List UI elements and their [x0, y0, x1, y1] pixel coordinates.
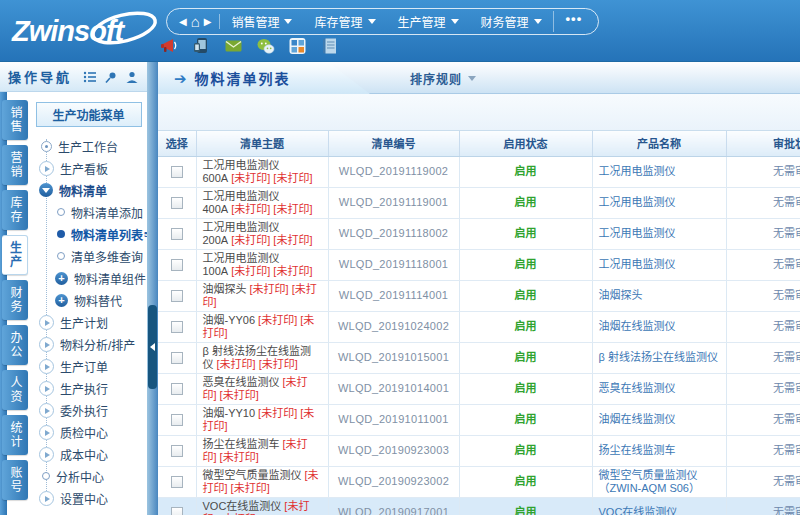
collapse-sidebar-handle[interactable] [148, 305, 157, 389]
column-header[interactable]: 审批状态 [726, 131, 800, 156]
tree-item[interactable]: 物料清单组件 [30, 267, 147, 289]
column-header[interactable]: 启用状态 [459, 131, 592, 156]
top-menu-item[interactable]: 库存管理 [303, 13, 386, 30]
product-name-link[interactable]: 工况用电监测仪 [592, 156, 726, 187]
tree-item[interactable]: 委外执行 [30, 399, 147, 421]
product-name-link[interactable]: 恶臭在线监测仪 [592, 373, 726, 404]
tree-item[interactable]: 物料清单 [30, 179, 147, 201]
module-tab[interactable]: 库存 [2, 190, 28, 230]
brand-logo[interactable]: Zwinsoft [8, 6, 163, 56]
tree-item[interactable]: 生产工作台 [30, 135, 147, 157]
product-name-link[interactable]: 工况用电监测仪 [592, 249, 726, 280]
module-tab[interactable]: 统计 [2, 415, 28, 455]
tree-item[interactable]: 质检中心 [30, 421, 147, 443]
tree-item[interactable]: 物料分析/排产 [30, 333, 147, 355]
list-icon[interactable] [83, 70, 97, 84]
sort-rule-dropdown[interactable]: 排序规则 [410, 62, 476, 94]
row-checkbox[interactable] [171, 445, 183, 457]
row-checkbox[interactable] [171, 197, 183, 209]
row-checkbox[interactable] [171, 228, 183, 240]
chevron-down-icon [451, 19, 459, 24]
module-tab[interactable]: 生产 [2, 235, 28, 275]
pin-icon[interactable] [104, 70, 118, 84]
tree-item[interactable]: 生产看板 [30, 157, 147, 179]
tree-item[interactable]: 物料清单列表 52 [30, 223, 147, 245]
table-row[interactable]: 工况用电监测仪 200A[未打印] [未打印] WLQD_20191118002… [158, 218, 800, 249]
sidebar-splitter[interactable] [147, 62, 158, 515]
material-list-table: 选择清单主题清单编号启用状态产品名称审批状态 工况用电监测仪 600A[未打印]… [158, 131, 800, 515]
module-tab[interactable]: 人资 [2, 370, 28, 410]
table-row[interactable]: VOC在线监测仪[未打印] [未打印] WLQD_20190917001 启用 … [158, 497, 800, 515]
more-menus-button[interactable]: ••• [553, 11, 595, 32]
module-tab[interactable]: 财务 [2, 280, 28, 320]
product-name-link[interactable]: 微型空气质量监测仪（ZWIN-AQM S06） [592, 466, 726, 497]
tree-item[interactable]: 分析中心 [30, 465, 147, 487]
forward-icon[interactable]: ▶ [204, 17, 212, 27]
module-tab[interactable]: 销售 [2, 100, 28, 140]
tree-item-label: 委外执行 [60, 402, 108, 419]
enable-status: 启用 [459, 280, 592, 311]
product-name-link[interactable]: β 射线法扬尘在线监测仪 [592, 342, 726, 373]
top-menu-item[interactable]: 生产管理 [387, 13, 470, 30]
column-header[interactable]: 产品名称 [592, 131, 726, 156]
column-header[interactable]: 清单编号 [328, 131, 459, 156]
top-menu-item[interactable]: 财务管理 [470, 13, 553, 30]
tree-item-label: 质检中心 [60, 424, 108, 441]
notebook-icon[interactable] [320, 37, 339, 55]
product-name-link[interactable]: VOC在线监测仪 [592, 497, 726, 515]
product-name-link[interactable]: 工况用电监测仪 [592, 187, 726, 218]
tree-item[interactable]: 成本中心 [30, 443, 147, 465]
row-checkbox[interactable] [171, 414, 183, 426]
row-checkbox[interactable] [171, 166, 183, 178]
back-icon[interactable]: ◀ [179, 17, 187, 27]
tree-item[interactable]: 生产计划 [30, 311, 147, 333]
product-name-link[interactable]: 油烟探头 [592, 280, 726, 311]
quick-toolbar [160, 37, 339, 55]
row-checkbox[interactable] [171, 259, 183, 271]
column-header[interactable]: 选择 [158, 131, 196, 156]
table-row[interactable]: 工况用电监测仪 600A[未打印] [未打印] WLQD_20191119002… [158, 156, 800, 187]
tree-item[interactable]: 生产执行 [30, 377, 147, 399]
product-name-link[interactable]: 油烟在线监测仪 [592, 404, 726, 435]
row-checkbox[interactable] [171, 321, 183, 333]
apps-grid-icon[interactable] [288, 37, 307, 55]
tree-item[interactable]: 清单多维查询 [30, 245, 147, 267]
table-row[interactable]: 油烟-YY10[未打印] [未打印] WLQD_20191011001 启用 油… [158, 404, 800, 435]
tree-item[interactable]: 生产订单 [30, 355, 147, 377]
production-menu-button[interactable]: 生产功能菜单 [36, 102, 142, 127]
module-tab[interactable]: 营销 [2, 145, 28, 185]
table-row[interactable]: 油烟探头[未打印] [未打印] WLQD_20191114001 启用 油烟探头… [158, 280, 800, 311]
tree-item[interactable]: 物料替代 [30, 289, 147, 311]
module-tab[interactable]: 办公 [2, 325, 28, 365]
product-name-link[interactable]: 油烟在线监测仪 [592, 311, 726, 342]
monitor-icon[interactable] [192, 37, 211, 55]
product-name-link[interactable]: 扬尘在线监测车 [592, 435, 726, 466]
row-checkbox[interactable] [171, 383, 183, 395]
wechat-icon[interactable] [256, 37, 275, 55]
row-checkbox[interactable] [171, 507, 183, 515]
megaphone-icon[interactable] [160, 37, 179, 55]
home-icon[interactable]: ⌂ [191, 14, 200, 29]
table-row[interactable]: 工况用电监测仪 100A[未打印] [未打印] WLQD_20191118001… [158, 249, 800, 280]
row-checkbox[interactable] [171, 352, 183, 364]
module-tab-label: 办公 [9, 331, 21, 359]
row-checkbox[interactable] [171, 290, 183, 302]
top-menu-item[interactable]: 销售管理 [220, 13, 303, 30]
column-header[interactable]: 清单主题 [196, 131, 328, 156]
table-row[interactable]: 油烟-YY06[未打印] [未打印] WLQD_20191024002 启用 油… [158, 311, 800, 342]
table-row[interactable]: 微型空气质量监测仪[未打印] [未打印] WLQD_20190923002 启用… [158, 466, 800, 497]
user-icon[interactable] [125, 70, 139, 84]
table-row[interactable]: 扬尘在线监测车[未打印] [未打印] WLQD_20190923003 启用 扬… [158, 435, 800, 466]
list-code: WLQD_20190923002 [328, 466, 459, 497]
tree-item[interactable]: 物料清单添加 [30, 201, 147, 223]
table-row[interactable]: 恶臭在线监测仪[未打印] [未打印] WLQD_20191014001 启用 恶… [158, 373, 800, 404]
table-row[interactable]: β 射线法扬尘在线监测仪[未打印] [未打印] WLQD_20191015001… [158, 342, 800, 373]
mail-icon[interactable] [224, 37, 243, 55]
not-printed-flags: [未打印] [未打印] [231, 234, 312, 246]
product-name-link[interactable]: 工况用电监测仪 [592, 218, 726, 249]
module-tab[interactable]: 账号 [2, 460, 28, 500]
row-checkbox[interactable] [171, 476, 183, 488]
tree-item[interactable]: 设置中心 [30, 487, 147, 509]
page-tab[interactable]: ➔ 物料清单列表 [158, 62, 370, 94]
table-row[interactable]: 工况用电监测仪 400A[未打印] [未打印] WLQD_20191119001… [158, 187, 800, 218]
